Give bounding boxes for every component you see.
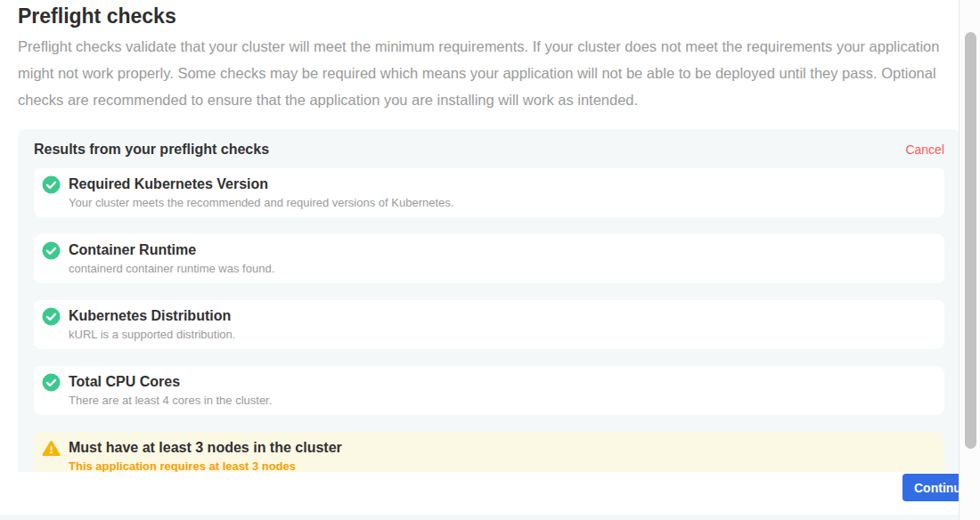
check-circle-icon [42, 373, 61, 392]
check-title: Total CPU Cores [69, 372, 272, 391]
page-title: Preflight checks [18, 4, 176, 28]
check-message: Your cluster meets the recommended and r… [69, 196, 453, 210]
scrollbar-track[interactable] [960, 0, 980, 520]
check-title: Required Kubernetes Version [69, 175, 453, 193]
panel-title: Results from your preflight checks [34, 142, 269, 158]
check-row: Kubernetes Distribution kURL is a suppor… [34, 300, 944, 349]
page-description: Preflight checks validate that your clus… [18, 33, 944, 113]
check-text: Kubernetes Distribution kURL is a suppor… [69, 306, 235, 341]
preflight-results-panel: Results from your preflight checks Cance… [18, 129, 960, 472]
check-title: Must have at least 3 nodes in the cluste… [69, 438, 342, 457]
check-message: There are at least 4 cores in the cluste… [69, 394, 272, 408]
check-text: Container Runtime containerd container r… [69, 240, 274, 275]
check-message: containerd container runtime was found. [69, 262, 274, 276]
check-title: Container Runtime [69, 240, 274, 259]
check-text: Must have at least 3 nodes in the cluste… [69, 438, 342, 472]
check-text: Total CPU Cores There are at least 4 cor… [69, 372, 272, 407]
check-list: Required Kubernetes Version Your cluster… [18, 168, 960, 472]
scrollbar-thumb[interactable] [965, 32, 976, 449]
check-row: Container Runtime containerd container r… [34, 234, 944, 283]
check-text: Required Kubernetes Version Your cluster… [69, 175, 453, 209]
next-section-edge [0, 515, 959, 520]
check-row: Total CPU Cores There are at least 4 cor… [34, 366, 944, 415]
check-circle-icon [42, 307, 61, 326]
check-message: kURL is a supported distribution. [69, 328, 235, 342]
warning-triangle-icon [42, 439, 61, 458]
check-title: Kubernetes Distribution [69, 306, 235, 325]
check-circle-icon [42, 241, 61, 260]
check-row: Required Kubernetes Version Your cluster… [34, 168, 944, 217]
panel-header: Results from your preflight checks Cance… [18, 129, 960, 168]
cancel-link[interactable]: Cancel [905, 142, 944, 157]
check-message: This application requires at least 3 nod… [69, 459, 342, 472]
check-row: Must have at least 3 nodes in the cluste… [34, 432, 944, 472]
check-circle-icon [42, 175, 61, 194]
